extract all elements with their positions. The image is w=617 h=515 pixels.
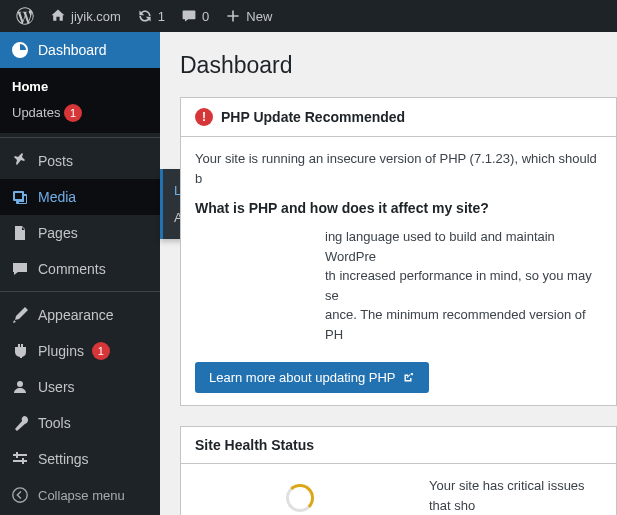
media-icon	[10, 187, 30, 207]
menu-appearance-label: Appearance	[38, 307, 114, 323]
site-health-card: Site Health Status Should be improved Yo…	[180, 426, 617, 515]
submenu-updates-label: Updates	[12, 105, 60, 120]
svg-point-0	[13, 488, 27, 502]
updates-badge: 1	[64, 104, 82, 122]
menu-media-label: Media	[38, 189, 76, 205]
refresh-icon	[137, 8, 153, 24]
home-icon	[50, 8, 66, 24]
adminbar-comments[interactable]: 0	[173, 0, 217, 32]
menu-appearance[interactable]: Appearance	[0, 297, 160, 333]
menu-tools-label: Tools	[38, 415, 71, 431]
menu-separator	[0, 133, 160, 138]
php-card-header: ! PHP Update Recommended	[181, 98, 616, 137]
submenu-dashboard: Home Updates 1	[0, 68, 160, 133]
submenu-updates[interactable]: Updates 1	[0, 99, 160, 127]
adminbar-new[interactable]: New	[217, 0, 280, 32]
adminbar-new-label: New	[246, 9, 272, 24]
menu-pages-label: Pages	[38, 225, 78, 241]
php-body2: th increased performance in mind, so you…	[195, 266, 602, 305]
menu-media[interactable]: Media	[0, 179, 160, 215]
site-home[interactable]: jiyik.com	[42, 0, 129, 32]
main-content: Dashboard ! PHP Update Recommended Your …	[160, 32, 617, 515]
menu-pages[interactable]: Pages	[0, 215, 160, 251]
site-name: jiyik.com	[71, 9, 121, 24]
sliders-icon	[10, 449, 30, 469]
progress-ring-icon	[286, 484, 314, 512]
php-subheading: What is PHP and how does it affect my si…	[195, 198, 602, 219]
learn-more-label: Learn more about updating PHP	[209, 370, 395, 385]
external-link-icon	[401, 371, 415, 385]
menu-users[interactable]: Users	[0, 369, 160, 405]
health-card-title: Site Health Status	[195, 437, 314, 453]
comment-icon	[181, 8, 197, 24]
submenu-home[interactable]: Home	[0, 74, 160, 99]
plugins-badge: 1	[92, 342, 110, 360]
comments-icon	[10, 259, 30, 279]
menu-dashboard-label: Dashboard	[38, 42, 107, 58]
menu-tools[interactable]: Tools	[0, 405, 160, 441]
health-card-header: Site Health Status	[181, 427, 616, 464]
collapse-menu[interactable]: Collapse menu	[0, 477, 160, 513]
dashboard-icon	[10, 40, 30, 60]
php-body1: ing language used to build and maintain …	[195, 227, 602, 266]
menu-dashboard[interactable]: Dashboard	[0, 32, 160, 68]
warning-icon: !	[195, 108, 213, 126]
plug-icon	[10, 341, 30, 361]
page-title: Dashboard	[180, 52, 617, 79]
menu-plugins-label: Plugins	[38, 343, 84, 359]
health-indicator: Should be improved	[195, 476, 405, 515]
user-icon	[10, 377, 30, 397]
wordpress-icon	[16, 7, 34, 25]
menu-comments-label: Comments	[38, 261, 106, 277]
collapse-icon	[10, 485, 30, 505]
health-card-body: Should be improved Your site has critica…	[181, 464, 616, 515]
admin-sidebar: Dashboard Home Updates 1 Posts Media Pag…	[0, 32, 160, 515]
health-description: Your site has critical issues that sho s…	[429, 476, 602, 515]
menu-settings-label: Settings	[38, 451, 89, 467]
plus-icon	[225, 8, 241, 24]
menu-users-label: Users	[38, 379, 75, 395]
menu-posts-label: Posts	[38, 153, 73, 169]
adminbar-comments-count: 0	[202, 9, 209, 24]
brush-icon	[10, 305, 30, 325]
adminbar-updates[interactable]: 1	[129, 0, 173, 32]
collapse-label: Collapse menu	[38, 488, 125, 503]
adminbar-updates-count: 1	[158, 9, 165, 24]
menu-posts[interactable]: Posts	[0, 143, 160, 179]
page-icon	[10, 223, 30, 243]
php-body3: ance. The minimum recommended version of…	[195, 305, 602, 344]
learn-more-button[interactable]: Learn more about updating PHP	[195, 362, 429, 393]
php-card-title: PHP Update Recommended	[221, 109, 405, 125]
php-intro: Your site is running an insecure version…	[195, 149, 602, 188]
pin-icon	[10, 151, 30, 171]
menu-plugins[interactable]: Plugins 1	[0, 333, 160, 369]
wrench-icon	[10, 413, 30, 433]
menu-settings[interactable]: Settings	[0, 441, 160, 477]
menu-comments[interactable]: Comments	[0, 251, 160, 287]
admin-bar: jiyik.com 1 0 New	[0, 0, 617, 32]
menu-separator	[0, 287, 160, 292]
php-card-body: Your site is running an insecure version…	[181, 137, 616, 405]
wp-logo[interactable]	[8, 0, 42, 32]
php-update-card: ! PHP Update Recommended Your site is ru…	[180, 97, 617, 406]
